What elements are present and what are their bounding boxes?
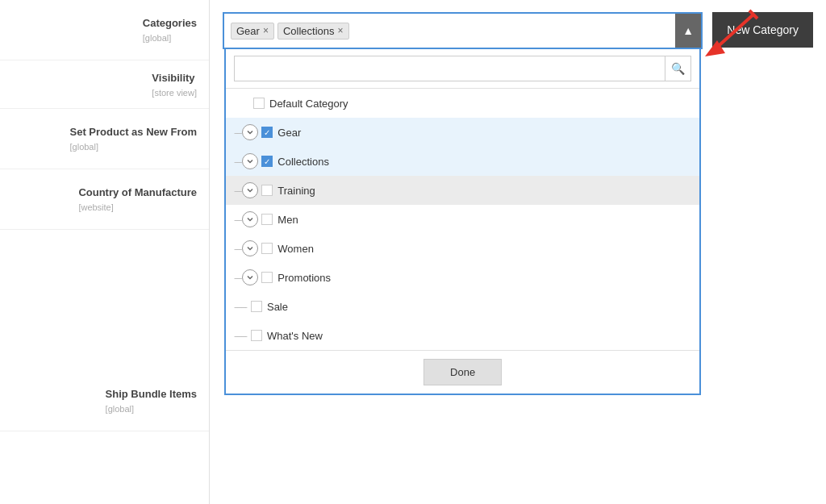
checkbox-women[interactable] (261, 243, 273, 254)
tree-prefix-whats-new: --------- (234, 331, 248, 340)
visibility-label-group: Visibility [store view] (152, 70, 197, 99)
tree-prefix-sale: --------- (234, 302, 248, 311)
chevron-down-icon (246, 128, 254, 136)
chevron-down-icon-men (246, 215, 254, 223)
tag-arrow-button[interactable]: ▲ (675, 14, 701, 48)
category-list: Default Category ----- Gear (226, 89, 699, 350)
expand-training[interactable] (242, 182, 258, 198)
cat-row-collections[interactable]: ----- Collections (226, 147, 699, 176)
cat-row-sale[interactable]: --------- Sale (226, 292, 699, 321)
checkbox-sale[interactable] (251, 301, 262, 312)
cat-label-training: Training (277, 185, 315, 197)
expand-collections[interactable] (242, 153, 258, 169)
tree-prefix-collections: ----- (234, 153, 258, 169)
done-bar: Done (226, 350, 699, 394)
tree-prefix-men: ----- (234, 211, 258, 227)
tree-dashes-gear: ----- (234, 127, 240, 137)
search-icon: 🔍 (671, 62, 685, 75)
tree-dashes-whats-new: --------- (234, 331, 246, 340)
search-button[interactable]: 🔍 (665, 56, 691, 81)
tag-gear: Gear × (231, 23, 274, 40)
new-from-scope: [global] (70, 142, 98, 152)
cat-label-default: Default Category (269, 98, 348, 110)
visibility-label: Visibility (152, 72, 194, 84)
tree-dashes-women: ----- (234, 244, 240, 253)
tree-dashes-sale: --------- (234, 302, 246, 311)
tag-gear-label: Gear (236, 25, 260, 37)
cat-row-men[interactable]: ----- Men (226, 205, 699, 234)
cat-row-training[interactable]: ----- Training (226, 176, 699, 205)
country-label-group: Country of Manufacture [website] (78, 185, 197, 214)
chevron-down-icon-women (246, 244, 254, 252)
chevron-down-icon-training (246, 186, 254, 194)
expand-promotions[interactable] (242, 269, 258, 285)
categories-label-group: Categories [global] (143, 15, 197, 44)
ship-bundle-scope: [global] (106, 404, 134, 414)
done-button[interactable]: Done (423, 359, 502, 385)
tag-collections-label: Collections (283, 25, 335, 37)
tag-collections-close[interactable]: × (338, 26, 344, 35)
tag-gear-close[interactable]: × (263, 26, 269, 35)
expand-gear[interactable] (242, 124, 258, 140)
search-input[interactable] (234, 56, 665, 81)
cat-label-women: Women (277, 243, 314, 255)
checkbox-training[interactable] (261, 185, 273, 196)
tree-prefix-women: ----- (234, 240, 258, 256)
left-panel: Categories [global] Visibility [store vi… (0, 0, 210, 504)
dropdown-search-area: 🔍 (226, 49, 699, 89)
cat-row-whats-new[interactable]: --------- What's New (226, 321, 699, 350)
new-category-button[interactable]: New Category (712, 12, 813, 48)
tree-dashes-men: ----- (234, 215, 240, 224)
cat-row-promotions[interactable]: ----- Promotions (226, 263, 699, 292)
tree-prefix-promotions: ----- (234, 269, 258, 285)
checkbox-whats-new[interactable] (251, 330, 262, 341)
visibility-scope: [store view] (152, 88, 197, 98)
new-from-label-group: Set Product as New From [global] (70, 124, 197, 153)
expand-men[interactable] (242, 211, 258, 227)
country-scope: [website] (78, 202, 113, 212)
expand-women[interactable] (242, 240, 258, 256)
cat-label-collections: Collections (277, 156, 329, 168)
arrow-up-icon: ▲ (682, 24, 694, 37)
tree-dashes-training: ----- (234, 185, 240, 195)
chevron-down-icon-collections (246, 157, 254, 165)
cat-label-promotions: Promotions (277, 272, 331, 284)
cat-label-gear: Gear (277, 127, 301, 139)
cat-label-whats-new: What's New (267, 330, 323, 342)
country-label: Country of Manufacture (78, 186, 197, 198)
category-dropdown: 🔍 Default Category (224, 49, 701, 395)
tree-prefix-training: ----- (234, 182, 258, 198)
new-from-label: Set Product as New From (70, 126, 197, 138)
categories-scope: [global] (143, 33, 171, 43)
categories-label: Categories (143, 17, 197, 29)
tree-dashes-collections: ----- (234, 156, 240, 166)
categories-row: Gear × Collections × ▲ (210, 12, 826, 49)
tag-collections: Collections × (277, 23, 349, 40)
checkbox-men[interactable] (261, 214, 273, 225)
tag-input-top: Gear × Collections × (224, 14, 701, 48)
ship-bundle-label: Ship Bundle Items (106, 388, 197, 400)
main-area: Gear × Collections × ▲ (210, 0, 826, 504)
chevron-down-icon-promotions (246, 273, 254, 281)
cat-row-default[interactable]: Default Category (226, 89, 699, 118)
tree-prefix-gear: ----- (234, 124, 258, 140)
checkbox-collections[interactable] (261, 156, 273, 167)
cat-label-men: Men (277, 214, 298, 226)
ship-bundle-label-group: Ship Bundle Items [global] (106, 386, 197, 415)
tag-input-container[interactable]: Gear × Collections × ▲ (223, 12, 703, 49)
page-wrapper: Categories [global] Visibility [store vi… (0, 0, 826, 504)
cat-row-gear[interactable]: ----- Gear (226, 118, 699, 147)
tree-dashes-promotions: ----- (234, 273, 240, 282)
checkbox-gear[interactable] (261, 127, 273, 138)
cat-label-sale: Sale (267, 301, 288, 313)
checkbox-promotions[interactable] (261, 272, 273, 283)
checkbox-default[interactable] (253, 98, 265, 109)
cat-row-women[interactable]: ----- Women (226, 234, 699, 263)
